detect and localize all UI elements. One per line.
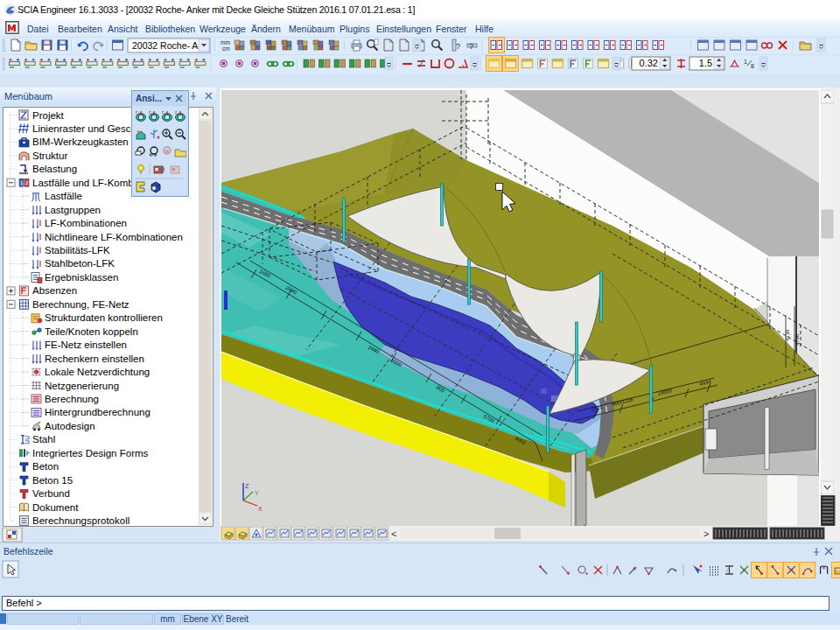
svg-text:X: X (258, 506, 262, 512)
svg-text:Struktur: Struktur (32, 150, 67, 161)
svg-text:Rechenkern einstellen: Rechenkern einstellen (45, 354, 144, 364)
svg-text:Berechnungsprotokoll: Berechnungsprotokoll (32, 515, 130, 526)
svg-text:Z: Z (245, 483, 249, 489)
svg-text:4130: 4130 (785, 329, 790, 341)
svg-text:FE-Netz einstellen: FE-Netz einstellen (45, 340, 127, 350)
svg-text:8: 8 (751, 63, 754, 69)
svg-text:20032 Roche- Ank: 20032 Roche- Ank (132, 40, 208, 51)
svg-text:Lastfälle: Lastfälle (45, 191, 82, 201)
svg-text:Ansi...: Ansi... (136, 94, 162, 103)
svg-text:Belastung: Belastung (32, 164, 77, 174)
svg-text:Beton 15: Beton 15 (32, 475, 73, 486)
svg-text:>: > (704, 528, 709, 539)
svg-text:Integriertes Design Forms: Integriertes Design Forms (32, 448, 149, 458)
svg-text:1: 1 (744, 59, 747, 65)
svg-text:mm: mm (220, 39, 230, 46)
svg-text:Hintergrundberechnung: Hintergrundberechnung (45, 407, 150, 417)
svg-text:Befehlszeile: Befehlszeile (4, 546, 53, 556)
svg-text:Autodesign: Autodesign (45, 421, 95, 431)
svg-text:?: ? (469, 42, 473, 51)
svg-text:R: R (165, 149, 170, 154)
svg-text:Lokale Netzverdichtung: Lokale Netzverdichtung (45, 367, 150, 377)
svg-text:Berechnung, FE-Netz: Berechnung, FE-Netz (32, 299, 130, 310)
svg-text:Verbund: Verbund (32, 488, 70, 499)
svg-text:1.5: 1.5 (699, 58, 712, 68)
svg-text:<: < (391, 528, 396, 539)
svg-text:Berechnung: Berechnung (45, 394, 99, 404)
svg-text:Netzgenerierung: Netzgenerierung (45, 381, 119, 391)
svg-text:Y: Y (255, 490, 259, 496)
svg-text:cm: cm (222, 46, 230, 52)
svg-text:Nichtlineare LF-Kombinationen: Nichtlineare LF-Kombinationen (45, 232, 183, 242)
svg-text:Projekt: Projekt (32, 110, 65, 121)
svg-text:Absenzen: Absenzen (32, 285, 77, 296)
svg-text:Strukturdaten kontrollieren: Strukturdaten kontrollieren (45, 312, 163, 323)
svg-text:Stahl: Stahl (32, 434, 55, 444)
svg-text:Dokument: Dokument (32, 502, 79, 513)
svg-text:0.32: 0.32 (640, 58, 658, 68)
svg-text:Ergebnisklassen: Ergebnisklassen (45, 272, 118, 283)
svg-text:LF-Kombinationen: LF-Kombinationen (45, 218, 127, 228)
svg-text:Beton: Beton (32, 461, 59, 472)
svg-text:Teile/Knoten koppeln: Teile/Knoten koppeln (45, 326, 138, 337)
svg-text:Stahlbeton-LFK: Stahlbeton-LFK (45, 258, 115, 269)
svg-text:BIM-Werkzeugkasten: BIM-Werkzeugkasten (32, 136, 129, 147)
svg-text:4700: 4700 (794, 333, 800, 346)
svg-text:Stabilitäts-LFK: Stabilitäts-LFK (45, 245, 110, 256)
svg-text:?: ? (456, 42, 460, 51)
svg-text:Lastgruppen: Lastgruppen (45, 205, 101, 215)
